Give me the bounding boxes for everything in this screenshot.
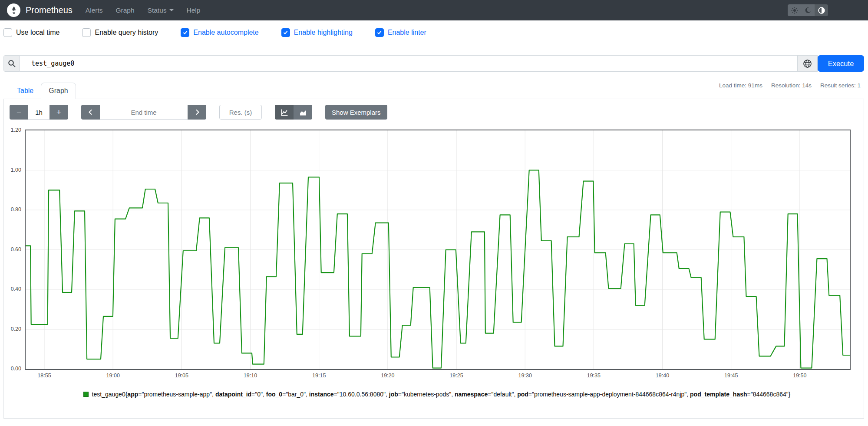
search-icon	[3, 55, 20, 72]
time-back-button chevron-left-icon[interactable]	[81, 105, 100, 120]
nav-links: AlertsGraphStatusHelp	[86, 7, 201, 14]
y-tick-label: 1.00	[3, 167, 21, 173]
y-tick-label: 1.20	[3, 127, 21, 133]
resolution: Resolution: 14s	[771, 82, 812, 89]
option-label: Enable autocomplete	[193, 29, 258, 37]
nav-item-label: Alerts	[86, 7, 103, 14]
checkbox-checked-icon[interactable]	[375, 28, 384, 37]
stacked-chart-icon[interactable]	[294, 105, 312, 120]
series-color-swatch	[83, 392, 89, 397]
show-exemplars-button[interactable]: Show Exemplars	[325, 105, 387, 120]
x-tick-label: 19:20	[377, 373, 398, 379]
series-legend-label: test_gauge0{app="prometheus-sample-app",…	[92, 391, 791, 398]
y-tick-label: 0.20	[3, 326, 21, 332]
range-input[interactable]	[28, 105, 50, 120]
range-decrease-button[interactable]: −	[10, 105, 28, 120]
chart-area: 0.000.200.400.600.801.001.20 18:5519:001…	[25, 130, 849, 398]
y-tick-label: 0.00	[3, 366, 21, 372]
x-tick-label: 19:40	[652, 373, 673, 379]
x-tick-label: 19:00	[102, 373, 123, 379]
option-enable-autocomplete[interactable]: Enable autocomplete	[181, 28, 258, 37]
nav-item-label: Status	[148, 7, 167, 14]
sun-icon[interactable]	[788, 4, 801, 16]
option-label: Use local time	[16, 29, 59, 37]
graph-toolbar: − +	[4, 99, 864, 120]
checkbox-icon[interactable]	[82, 28, 91, 37]
option-label: Enable linter	[388, 29, 426, 37]
tab-table[interactable]: Table	[10, 83, 41, 99]
x-tick-label: 19:15	[309, 373, 330, 379]
tabs-row: Table Graph Load time: 91ms Resolution: …	[3, 81, 864, 99]
nav-item-alerts[interactable]: Alerts	[86, 7, 103, 14]
line-chart-icon[interactable]	[275, 105, 294, 120]
query-input[interactable]	[20, 55, 798, 72]
time-forward-button chevron-right-icon[interactable]	[188, 105, 206, 120]
x-tick-label: 19:30	[515, 373, 535, 379]
moon-icon[interactable]	[801, 4, 815, 16]
graph-panel: − +	[3, 99, 864, 419]
option-label: Enable query history	[95, 29, 158, 37]
x-tick-label: 19:05	[171, 373, 192, 379]
y-tick-label: 0.40	[3, 286, 21, 292]
option-enable-query-history[interactable]: Enable query history	[82, 28, 158, 37]
nav-item-status[interactable]: Status	[148, 7, 174, 14]
range-control: − +	[10, 105, 68, 120]
metrics-explorer-globe-icon[interactable]	[798, 55, 818, 72]
x-tick-label: 19:50	[789, 373, 810, 379]
contrast-icon[interactable]	[815, 4, 828, 16]
series-legend[interactable]: test_gauge0{app="prometheus-sample-app",…	[25, 391, 849, 398]
resolution-input[interactable]	[219, 105, 262, 120]
x-tick-label: 19:35	[583, 373, 604, 379]
option-use-local-time[interactable]: Use local time	[3, 28, 59, 37]
end-time-input[interactable]	[100, 105, 188, 120]
navbar: Prometheus AlertsGraphStatusHelp	[0, 0, 868, 20]
tab-graph[interactable]: Graph	[41, 83, 76, 99]
nav-item-label: Help	[187, 7, 201, 14]
app-title[interactable]: Prometheus	[26, 5, 73, 15]
nav-item-help[interactable]: Help	[187, 7, 201, 14]
option-enable-linter[interactable]: Enable linter	[375, 28, 426, 37]
graph-canvas[interactable]	[25, 130, 851, 370]
checkbox-checked-icon[interactable]	[281, 28, 290, 37]
x-tick-label: 19:25	[446, 373, 467, 379]
x-tick-label: 19:45	[721, 373, 742, 379]
nav-item-graph[interactable]: Graph	[116, 7, 134, 14]
load-time: Load time: 91ms	[719, 82, 762, 89]
nav-item-label: Graph	[116, 7, 134, 14]
theme-toggle-group	[788, 4, 828, 16]
x-tick-label: 18:55	[34, 373, 55, 379]
result-series: Result series: 1	[820, 82, 861, 89]
checkbox-checked-icon[interactable]	[181, 28, 189, 37]
option-label: Enable highlighting	[294, 29, 353, 37]
y-tick-label: 0.80	[3, 206, 21, 213]
query-bar: Execute	[3, 55, 864, 72]
end-time-control	[81, 105, 206, 120]
query-options-row: Use local timeEnable query historyEnable…	[3, 27, 865, 38]
checkbox-icon[interactable]	[3, 28, 12, 37]
caret-down-icon	[169, 9, 174, 11]
option-enable-highlighting[interactable]: Enable highlighting	[281, 28, 353, 37]
execute-button[interactable]: Execute	[818, 55, 864, 72]
graph-type-toggle	[275, 105, 312, 120]
x-tick-label: 19:10	[240, 373, 261, 379]
prometheus-logo-icon[interactable]	[7, 3, 20, 17]
y-tick-label: 0.60	[3, 246, 21, 253]
query-stats: Load time: 91ms Resolution: 14s Result s…	[719, 82, 861, 89]
range-increase-button[interactable]: +	[50, 105, 68, 120]
